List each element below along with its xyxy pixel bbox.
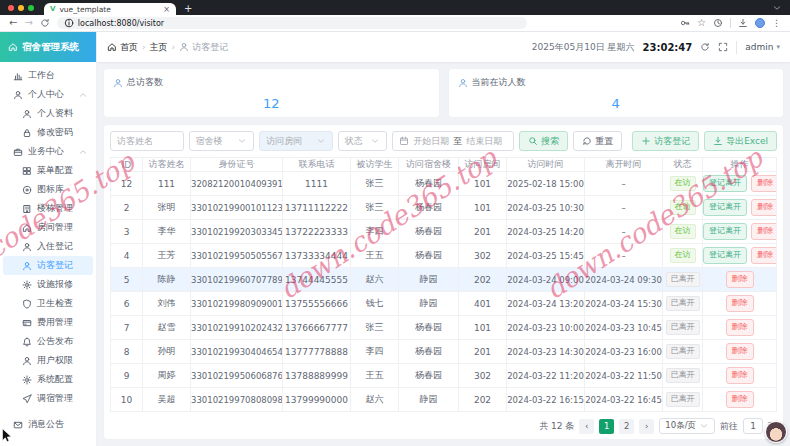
plus-icon (641, 136, 651, 146)
tab-overview-chevron-icon[interactable] (772, 3, 782, 13)
user-dropdown[interactable]: admin ▾ (745, 42, 780, 52)
delete-button[interactable]: 删除 (751, 199, 777, 215)
bookmark-star-icon[interactable]: ☆ (697, 18, 706, 28)
window-zoom-button[interactable] (28, 5, 34, 11)
search-button[interactable]: 搜索 (519, 131, 568, 151)
forward-icon[interactable]: → (24, 18, 32, 28)
next-page-button[interactable]: › (639, 419, 654, 434)
breadcrumb: 首页›主页›访客登记 (107, 41, 228, 54)
visitor-name-input[interactable]: 访客姓名 (110, 131, 184, 151)
password-key-icon[interactable] (680, 18, 690, 28)
sidebar-item-profile-center[interactable]: 个人中心 (3, 85, 93, 104)
browser-menu-dots-icon[interactable]: ⋮ (772, 18, 781, 28)
stat-card-total-visitors: 总访客数 12 (103, 68, 440, 118)
sidebar-item-fee-mgmt[interactable]: 费用管理 (3, 313, 93, 332)
prev-page-button[interactable]: ‹ (579, 419, 594, 434)
room-select[interactable]: 访问房间 (259, 131, 333, 151)
assistant-avatar[interactable] (765, 421, 787, 443)
cell: 李四 (351, 340, 399, 364)
cell: 杨春园 (399, 316, 459, 340)
delete-button[interactable]: 删除 (726, 271, 754, 287)
add-visitor-button[interactable]: 访客登记 (632, 131, 699, 151)
status-badge: 已离开 (666, 272, 700, 286)
url-bar[interactable]: localhost:8080/visitor (57, 17, 527, 29)
sidebar-item-user-permission[interactable]: 用户权限 (3, 351, 93, 370)
building-select[interactable]: 宿舍楼 (189, 131, 255, 151)
sidebar-item-building-mgmt[interactable]: 楼栋管理 (3, 199, 93, 218)
cell: 330102199203033456 (191, 220, 283, 244)
browser-tab[interactable]: V vue_template × (44, 3, 176, 15)
sidebar-item-checkin-register[interactable]: 入住登记 (3, 237, 93, 256)
cell: 13722223333 (283, 220, 351, 244)
sidebar-item-system-config[interactable]: 系统配置 (3, 370, 93, 389)
sidebar-item-profile[interactable]: 个人资料 (3, 104, 93, 123)
table-row: 3李华33010219920303345613722223333李四杨春园201… (111, 220, 777, 244)
sidebar-item-dorm-transfer[interactable]: 调宿管理 (3, 389, 93, 408)
breadcrumb-item[interactable]: 首页 (107, 41, 138, 54)
cell: 8 (111, 340, 143, 364)
back-icon[interactable]: ← (9, 18, 17, 28)
sidebar-item-room-mgmt[interactable]: 房间管理 (3, 218, 93, 237)
reset-button[interactable]: 重置 (573, 131, 622, 151)
sidebar-item-hygiene-check[interactable]: 卫生检查 (3, 294, 93, 313)
delete-button[interactable]: 删除 (726, 391, 754, 407)
date-range-picker[interactable]: 开始日期 至 结束日期 (392, 131, 514, 151)
cell: 101 (459, 172, 507, 196)
register-leave-button[interactable]: 登记离开 (703, 199, 747, 215)
goto-page-input[interactable]: 1 (743, 418, 763, 434)
chevron-down-icon (370, 136, 380, 146)
sidebar-item-announcement[interactable]: 公告发布 (3, 332, 93, 351)
export-excel-button[interactable]: 导出Excel (704, 131, 777, 151)
page-buttons: 12 (599, 419, 634, 434)
browser-profile-avatar[interactable] (755, 18, 765, 28)
sidebar-item-visitor-register[interactable]: 访客登记 (3, 256, 93, 275)
reload-icon[interactable] (40, 18, 50, 28)
sidebar-item-message-board[interactable]: 消息公告 (3, 415, 93, 434)
cell: 330102199506068765 (191, 364, 283, 388)
sidebar-item-change-password[interactable]: 修改密码 (3, 123, 93, 142)
delete-button[interactable]: 删除 (751, 175, 777, 191)
delete-button[interactable]: 删除 (726, 319, 754, 335)
tab-title: vue_template (59, 5, 110, 14)
refresh-icon[interactable] (700, 42, 710, 52)
register-leave-button[interactable]: 登记离开 (703, 175, 747, 191)
delete-button[interactable]: 删除 (726, 343, 754, 359)
delete-button[interactable]: 删除 (726, 295, 754, 311)
window-minimize-button[interactable] (18, 5, 24, 11)
sidebar: 宿舍管理系统 工作台个人中心个人资料修改密码业务中心菜单配置图标库楼栋管理房间管… (0, 32, 97, 446)
cell: 2024-03-25 14:20 (507, 220, 585, 244)
sidebar-item-facility-repair[interactable]: 设施报修 (3, 275, 93, 294)
register-leave-button[interactable]: 登记离开 (703, 247, 747, 263)
cell: 张三 (351, 196, 399, 220)
sidebar-item-business-center[interactable]: 业务中心 (3, 142, 93, 161)
content-column: 首页›主页›访客登记 2025年05月10日 星期六 23:02:47 admi… (97, 32, 790, 446)
fullscreen-icon[interactable] (718, 42, 728, 52)
end-date-placeholder: 结束日期 (466, 135, 502, 148)
cell: 330102199001011234 (191, 196, 283, 220)
tab-close-icon[interactable]: × (163, 5, 170, 14)
cell-status: 已离开 (663, 364, 703, 388)
sidebar-item-icon-library[interactable]: 图标库 (3, 180, 93, 199)
register-leave-button[interactable]: 登记离开 (703, 223, 747, 239)
placeholder: 访问房间 (266, 135, 302, 148)
sidebar-item-workbench[interactable]: 工作台 (3, 66, 93, 85)
site-info-icon[interactable] (64, 18, 74, 28)
delete-button[interactable]: 删除 (726, 367, 754, 383)
downloads-icon[interactable] (738, 18, 748, 28)
sidebar-item-label: 入住登记 (37, 240, 73, 253)
breadcrumb-item[interactable]: 主页 (150, 41, 168, 54)
pagination: 共 12 条 ‹ 12 › 10条/页 前往 1 页 (110, 412, 777, 434)
status-select[interactable]: 状态 (338, 131, 387, 151)
page-size-select[interactable]: 10条/页 (659, 418, 715, 434)
new-tab-button[interactable]: + (184, 2, 192, 15)
window-close-button[interactable] (8, 5, 14, 11)
page-button-2[interactable]: 2 (619, 419, 634, 434)
sidebar-item-menu-config[interactable]: 菜单配置 (3, 161, 93, 180)
extensions-icon[interactable] (713, 18, 723, 28)
page-button-1[interactable]: 1 (599, 419, 614, 434)
delete-button[interactable]: 删除 (751, 247, 777, 263)
sidebar-item-label: 图标库 (37, 183, 64, 196)
column-header: 访问宿舍楼 (399, 158, 459, 172)
cell: 330102199102024321 (191, 316, 283, 340)
delete-button[interactable]: 删除 (751, 223, 777, 239)
